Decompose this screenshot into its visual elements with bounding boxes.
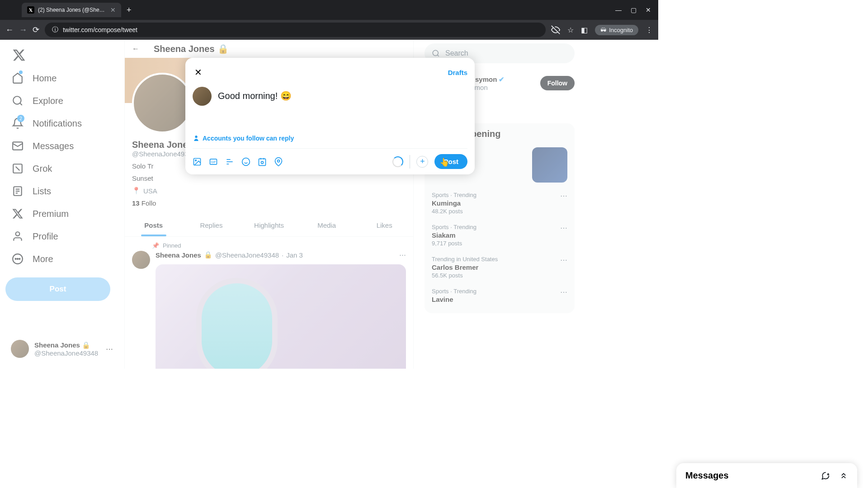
- schedule-icon[interactable]: [258, 157, 267, 166]
- svg-point-10: [16, 232, 20, 236]
- new-tab-button[interactable]: +: [123, 5, 135, 15]
- nav-premium[interactable]: Premium: [5, 202, 119, 225]
- gif-icon[interactable]: GIF: [209, 157, 218, 166]
- reply-setting[interactable]: Accounts you follow can reply: [193, 133, 467, 149]
- browser-tab[interactable]: 𝕏 (2) Sheena Jones (@SheenaJon… ✕: [22, 3, 121, 17]
- nav-home-label: Home: [33, 73, 57, 84]
- add-thread-button[interactable]: +: [416, 156, 428, 168]
- compose-textarea[interactable]: Good morning! 😄: [218, 87, 292, 106]
- poll-icon[interactable]: [225, 157, 234, 166]
- maximize-icon[interactable]: ▢: [631, 6, 637, 14]
- tab-posts[interactable]: Posts: [125, 214, 183, 236]
- nav-home[interactable]: Home: [5, 67, 119, 89]
- drafts-link[interactable]: Drafts: [448, 69, 467, 76]
- trend-item[interactable]: Sports · Trending Kuminga 48.2K posts ⋯: [432, 187, 567, 219]
- svg-line-5: [16, 167, 20, 171]
- lock-icon: 🔒: [204, 251, 212, 259]
- more-icon[interactable]: ⋯: [399, 251, 406, 259]
- lock-icon: 🔒: [217, 43, 229, 54]
- svg-point-18: [195, 160, 197, 161]
- nav-more[interactable]: More: [5, 248, 119, 270]
- avatar: [193, 87, 212, 106]
- nav-notifications[interactable]: 2 Notifications: [5, 112, 119, 135]
- tweet-image[interactable]: [156, 264, 406, 369]
- trend-item[interactable]: Sports · Trending Siakam 9,717 posts ⋯: [432, 219, 567, 251]
- avatar[interactable]: [132, 251, 150, 269]
- more-icon[interactable]: ⋯: [560, 256, 567, 264]
- nav-grok[interactable]: Grok: [5, 157, 119, 180]
- nav-profile[interactable]: Profile: [5, 225, 119, 248]
- tab-highlights[interactable]: Highlights: [240, 214, 298, 236]
- close-tab-icon[interactable]: ✕: [110, 6, 116, 14]
- account-switcher[interactable]: Sheena Jones 🔒 @SheenaJone49348 ⋯: [5, 334, 118, 363]
- bookmark-star-icon[interactable]: ☆: [567, 26, 574, 34]
- x-favicon: 𝕏: [27, 6, 34, 14]
- nav-messages[interactable]: Messages: [5, 135, 119, 157]
- svg-point-30: [261, 161, 264, 164]
- trend-item[interactable]: Trending in United States Carlos Bremer …: [432, 251, 567, 283]
- profile-header: ← Sheena Jones 🔒: [125, 40, 413, 58]
- close-modal-button[interactable]: ✕: [193, 65, 204, 80]
- avatar: [11, 340, 29, 358]
- incognito-badge[interactable]: 🕶 Incognito: [595, 25, 638, 35]
- profile-tabs: Posts Replies Highlights Media Likes: [125, 214, 413, 237]
- media-icon[interactable]: [193, 157, 202, 166]
- menu-icon[interactable]: ⋮: [646, 26, 653, 34]
- character-count: [392, 156, 403, 167]
- account-name: Sheena Jones 🔒: [34, 341, 100, 349]
- list-icon: [12, 185, 24, 197]
- back-button[interactable]: ←: [5, 25, 14, 35]
- close-window-icon[interactable]: ✕: [646, 6, 651, 14]
- forward-button[interactable]: →: [19, 25, 27, 35]
- svg-line-2: [20, 103, 22, 105]
- svg-line-16: [437, 55, 439, 56]
- nav-explore[interactable]: Explore: [5, 89, 119, 112]
- more-icon[interactable]: ⋯: [106, 345, 113, 353]
- mail-icon: [12, 140, 24, 152]
- more-icon[interactable]: ⋯: [560, 224, 567, 232]
- sidebar-post-button[interactable]: Post: [5, 277, 110, 301]
- sidebar: Home Explore 2 Notifications Messages Gr…: [0, 40, 124, 369]
- nav-messages-label: Messages: [33, 141, 74, 151]
- trend-item[interactable]: Sports · Trending Lavine ⋯: [432, 283, 567, 308]
- post-submit-button[interactable]: Post: [434, 154, 467, 169]
- home-icon: [12, 72, 24, 84]
- x-logo[interactable]: [7, 43, 31, 67]
- home-dot-badge: [19, 70, 23, 74]
- svg-point-31: [278, 160, 280, 162]
- tab-media[interactable]: Media: [298, 214, 356, 236]
- nav-lists-label: Lists: [33, 186, 51, 197]
- eye-off-icon[interactable]: [551, 25, 560, 34]
- grok-icon: [12, 163, 24, 174]
- panel-icon[interactable]: ◧: [581, 26, 588, 34]
- profile-avatar[interactable]: [132, 73, 193, 133]
- back-arrow-icon[interactable]: ←: [132, 45, 139, 53]
- nav-more-label: More: [33, 254, 53, 264]
- more-circle-icon: [12, 253, 24, 265]
- emoji-icon[interactable]: [241, 157, 250, 166]
- nav-profile-label: Profile: [33, 231, 58, 242]
- reload-button[interactable]: ⟳: [33, 25, 39, 35]
- address-bar[interactable]: ⓘ twitter.com/compose/tweet: [45, 23, 546, 37]
- svg-point-1: [13, 96, 21, 104]
- person-icon: [12, 230, 24, 242]
- lock-icon: 🔒: [82, 341, 90, 349]
- event-thumbnail: [532, 147, 567, 183]
- svg-text:GIF: GIF: [211, 160, 216, 163]
- more-icon[interactable]: ⋯: [560, 192, 567, 200]
- tab-replies[interactable]: Replies: [183, 214, 241, 236]
- x-premium-icon: [12, 208, 24, 220]
- follow-button[interactable]: Follow: [540, 76, 575, 90]
- nav-notifications-label: Notifications: [33, 118, 82, 129]
- search-icon: [432, 49, 440, 57]
- nav-lists[interactable]: Lists: [5, 180, 119, 202]
- site-info-icon[interactable]: ⓘ: [52, 26, 58, 34]
- minimize-icon[interactable]: —: [615, 6, 622, 14]
- pinned-tweet[interactable]: Sheena Jones 🔒 @SheenaJone49348 · Jan 3 …: [125, 249, 413, 369]
- more-icon[interactable]: ⋯: [560, 288, 567, 296]
- svg-point-14: [19, 258, 20, 259]
- nav-explore-label: Explore: [33, 96, 63, 106]
- tab-likes[interactable]: Likes: [355, 214, 413, 236]
- location-icon[interactable]: [274, 157, 283, 166]
- pinned-label: 📌 Pinned: [125, 237, 413, 249]
